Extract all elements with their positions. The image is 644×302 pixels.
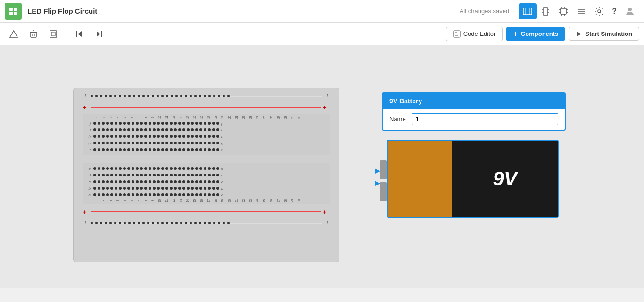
hole[interactable] bbox=[98, 142, 100, 144]
hole[interactable] bbox=[127, 128, 130, 131]
hole[interactable] bbox=[174, 142, 177, 144]
hole[interactable] bbox=[127, 193, 130, 196]
hole[interactable] bbox=[127, 174, 130, 176]
hole[interactable] bbox=[149, 148, 151, 151]
hole[interactable] bbox=[174, 128, 177, 131]
hole[interactable] bbox=[119, 187, 122, 190]
hole[interactable] bbox=[102, 128, 105, 131]
hole[interactable] bbox=[110, 174, 113, 176]
hole[interactable] bbox=[195, 193, 198, 196]
hole[interactable] bbox=[208, 174, 211, 176]
hole[interactable] bbox=[182, 122, 185, 125]
hole[interactable] bbox=[102, 167, 105, 170]
hole[interactable] bbox=[136, 180, 139, 183]
hole[interactable] bbox=[144, 167, 147, 170]
hole[interactable] bbox=[191, 122, 194, 125]
hole[interactable] bbox=[178, 122, 181, 125]
hole[interactable] bbox=[208, 167, 211, 170]
hole[interactable] bbox=[204, 167, 206, 170]
hole[interactable] bbox=[165, 187, 168, 190]
hole[interactable] bbox=[199, 142, 202, 144]
hole[interactable] bbox=[98, 193, 100, 196]
hole[interactable] bbox=[119, 167, 122, 170]
hole[interactable] bbox=[123, 135, 126, 138]
hole[interactable] bbox=[144, 148, 147, 151]
hole[interactable] bbox=[140, 174, 143, 176]
hole[interactable] bbox=[182, 167, 185, 170]
hole[interactable] bbox=[123, 122, 126, 125]
hole[interactable] bbox=[170, 128, 173, 131]
hole[interactable] bbox=[170, 148, 173, 151]
hole[interactable] bbox=[144, 142, 147, 144]
hole[interactable] bbox=[123, 148, 126, 151]
hole[interactable] bbox=[187, 174, 190, 176]
hole[interactable] bbox=[161, 187, 164, 190]
hole[interactable] bbox=[119, 193, 122, 196]
hole[interactable] bbox=[170, 122, 173, 125]
hole[interactable] bbox=[115, 135, 117, 138]
hole[interactable] bbox=[132, 167, 134, 170]
hole[interactable] bbox=[115, 180, 117, 183]
hole[interactable] bbox=[119, 180, 122, 183]
hole[interactable] bbox=[204, 135, 206, 138]
hole[interactable] bbox=[199, 128, 202, 131]
hole[interactable] bbox=[110, 180, 113, 183]
hole[interactable] bbox=[153, 167, 156, 170]
hole[interactable] bbox=[153, 148, 156, 151]
delete-button[interactable] bbox=[25, 26, 42, 42]
hole[interactable] bbox=[106, 180, 109, 183]
hole[interactable] bbox=[149, 128, 151, 131]
hole[interactable] bbox=[102, 187, 105, 190]
hole[interactable] bbox=[106, 128, 109, 131]
hole[interactable] bbox=[199, 148, 202, 151]
hole[interactable] bbox=[208, 128, 211, 131]
hole[interactable] bbox=[140, 193, 143, 196]
hole[interactable] bbox=[195, 167, 198, 170]
hole[interactable] bbox=[195, 174, 198, 176]
hole[interactable] bbox=[187, 128, 190, 131]
hole[interactable] bbox=[136, 122, 139, 125]
hole[interactable] bbox=[127, 187, 130, 190]
hole[interactable] bbox=[161, 174, 164, 176]
nav-circuit-btn[interactable] bbox=[519, 3, 537, 19]
hole[interactable] bbox=[165, 135, 168, 138]
hole[interactable] bbox=[208, 135, 211, 138]
hole[interactable] bbox=[110, 128, 113, 131]
hole[interactable] bbox=[204, 142, 206, 144]
hole[interactable] bbox=[110, 187, 113, 190]
hole[interactable] bbox=[144, 193, 147, 196]
hole[interactable] bbox=[204, 128, 206, 131]
hole[interactable] bbox=[178, 187, 181, 190]
hole[interactable] bbox=[110, 135, 113, 138]
hole[interactable] bbox=[174, 135, 177, 138]
hole[interactable] bbox=[191, 193, 194, 196]
hole[interactable] bbox=[140, 128, 143, 131]
hole[interactable] bbox=[98, 128, 100, 131]
hole[interactable] bbox=[106, 148, 109, 151]
hole[interactable] bbox=[106, 122, 109, 125]
hole[interactable] bbox=[115, 128, 117, 131]
hole[interactable] bbox=[204, 174, 206, 176]
hole[interactable] bbox=[165, 193, 168, 196]
hole[interactable] bbox=[165, 180, 168, 183]
hole[interactable] bbox=[165, 122, 168, 125]
hole[interactable] bbox=[161, 167, 164, 170]
hole[interactable] bbox=[106, 187, 109, 190]
hole[interactable] bbox=[161, 142, 164, 144]
hole[interactable] bbox=[195, 148, 198, 151]
hole[interactable] bbox=[119, 122, 122, 125]
hole[interactable] bbox=[98, 122, 100, 125]
hole[interactable] bbox=[136, 135, 139, 138]
hole[interactable] bbox=[208, 180, 211, 183]
hole[interactable] bbox=[149, 187, 151, 190]
hole[interactable] bbox=[136, 187, 139, 190]
hole[interactable] bbox=[170, 167, 173, 170]
hole[interactable] bbox=[123, 128, 126, 131]
hole[interactable] bbox=[102, 193, 105, 196]
hole[interactable] bbox=[98, 187, 100, 190]
hole[interactable] bbox=[136, 193, 139, 196]
hole[interactable] bbox=[140, 122, 143, 125]
hole[interactable] bbox=[157, 187, 160, 190]
hole[interactable] bbox=[153, 128, 156, 131]
hole[interactable] bbox=[98, 148, 100, 151]
